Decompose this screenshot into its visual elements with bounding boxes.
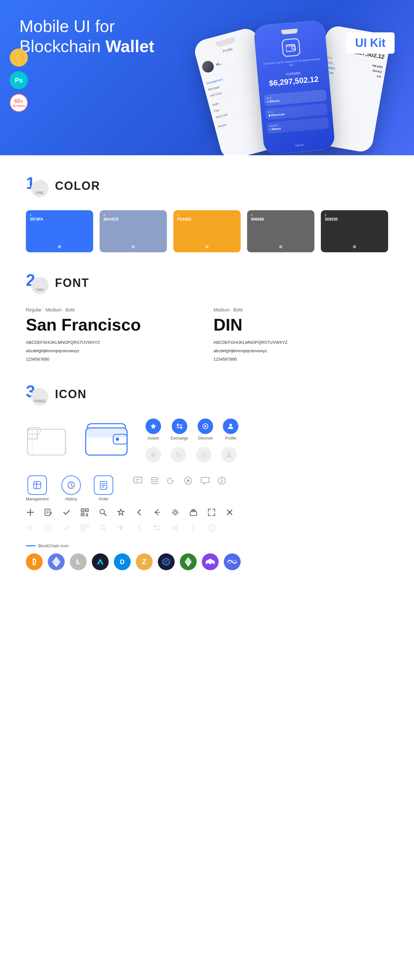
- svg-point-13: [116, 438, 119, 441]
- ltc-icon: Ł: [70, 554, 87, 570]
- svg-rect-5: [292, 46, 295, 49]
- tool-icons-row-ghost: [26, 523, 388, 534]
- section-header-font: 2 TWO FONT: [26, 272, 388, 294]
- svg-rect-8: [27, 428, 40, 434]
- font-section: 2 TWO FONT Regular · Medium · Bold San F…: [26, 272, 388, 364]
- management-icon-item: Management: [26, 476, 49, 501]
- font-sf: Regular · Medium · Bold San Francisco AB…: [26, 307, 201, 364]
- svg-rect-64: [85, 524, 88, 527]
- svg-point-19: [228, 452, 230, 455]
- history-label: History: [65, 497, 77, 501]
- hero-section: Mobile UI for Blockchain Wallet UI Kit P…: [0, 0, 414, 155]
- wallet-icon-outline: [26, 424, 68, 457]
- dash-icon: D: [114, 554, 131, 570]
- band-icon: [224, 554, 240, 570]
- list-edit-icon-ghost: [44, 523, 53, 534]
- info-ghost-icon: [207, 523, 216, 534]
- swatch-darkgrey: # 666666: [247, 210, 314, 252]
- icon-section: 3 THREE ICON: [26, 383, 388, 570]
- discover-icon-ghost: [196, 447, 212, 463]
- din-lowercase: abcdefghijklmnopqrstuvwxyz: [213, 347, 388, 355]
- order-icon: [94, 476, 113, 495]
- svg-point-34: [187, 479, 189, 482]
- svg-rect-49: [82, 514, 83, 515]
- profile-label: Profile: [225, 436, 236, 441]
- exchange-ghost-icon: [153, 523, 162, 534]
- star-icon-active: [116, 523, 126, 534]
- ui-kit-badge: UI Kit: [346, 32, 395, 54]
- check-icon-ghost: [62, 523, 71, 534]
- discover-icon: [197, 418, 213, 434]
- svg-rect-20: [33, 482, 41, 489]
- svg-line-54: [104, 513, 106, 515]
- search-icon-ghost: [98, 523, 107, 534]
- assets-icon: [145, 418, 161, 434]
- svg-rect-47: [82, 510, 83, 511]
- layers-icon: [150, 476, 160, 487]
- check-icon: [62, 508, 71, 518]
- din-style: Medium · Bold: [213, 307, 388, 312]
- qr-icon: [80, 508, 89, 518]
- action-icons-row: Management History: [26, 476, 388, 501]
- chat-bubble-icon: [200, 476, 210, 487]
- close-icon: [225, 508, 234, 518]
- qr-icon-ghost: [80, 523, 89, 534]
- sf-numbers: 1234567890: [26, 355, 201, 364]
- svg-point-15: [204, 425, 206, 427]
- svg-line-67: [104, 529, 106, 531]
- plus-icon-ghost: [26, 523, 35, 534]
- color-title: COLOR: [55, 179, 100, 193]
- svg-point-71: [166, 561, 167, 562]
- chat-icon: [132, 476, 143, 487]
- tool-icons-row1: [26, 508, 388, 534]
- list-edit-icon: [44, 508, 53, 518]
- sf-lowercase: abcdefghijklmnopqrstuvwxyz: [26, 347, 201, 355]
- svg-point-55: [174, 511, 177, 514]
- history-icon: [62, 476, 81, 495]
- blockchain-label-row: BlockChain Icon: [26, 543, 388, 548]
- matic-icon: [202, 554, 219, 570]
- exchange-label: Exchange: [171, 436, 188, 441]
- gear-icon: [171, 508, 180, 518]
- exchange-icon: [172, 418, 187, 434]
- svg-point-70: [211, 526, 212, 527]
- sf-name: San Francisco: [26, 315, 201, 334]
- x-ghost-icon: [171, 523, 180, 534]
- main-content: 1 ONE COLOR # 3574FA # 8DA0C8 # F5A623: [0, 155, 414, 609]
- box-upload-icon: [189, 508, 198, 518]
- info-icon: [217, 476, 227, 487]
- swatch-black: # 303030: [321, 210, 388, 252]
- color-swatches: # 3574FA # 8DA0C8 # F5A623 # 666666 #: [26, 210, 388, 252]
- eth-icon: [48, 554, 65, 570]
- misc-icons: [132, 476, 227, 487]
- profile-icon-ghost: [221, 447, 237, 463]
- assets-icon-item: Assets: [145, 418, 161, 441]
- back-icon-ghost: [135, 523, 143, 534]
- ps-badge: Ps: [10, 71, 28, 89]
- svg-rect-29: [134, 477, 142, 483]
- btc-icon: ₿: [26, 554, 43, 570]
- forward-ghost-icon: [189, 523, 198, 534]
- order-label: Order: [99, 497, 109, 501]
- history-icon-item: History: [62, 476, 81, 501]
- assets-icon-ghost: [145, 447, 161, 463]
- plus-icon: [26, 508, 35, 518]
- font-title: FONT: [55, 276, 89, 290]
- section-number-3: 3 THREE: [26, 383, 49, 406]
- crypto-icons-row: ₿ Ł D: [26, 554, 388, 570]
- wings-icon: [92, 554, 109, 570]
- nav-icons-group: Assets Exchange: [145, 418, 238, 463]
- svg-rect-11: [86, 428, 127, 438]
- svg-rect-63: [81, 524, 84, 527]
- badge-list: Ps 60+ Screens: [10, 49, 28, 112]
- section-header-icon: 3 THREE ICON: [26, 383, 388, 406]
- phone-center: Character may be mastered in the great m…: [253, 20, 335, 155]
- wallet-icon-solid: [84, 422, 129, 459]
- assets-label: Assets: [148, 436, 159, 441]
- icon-title: ICON: [55, 387, 87, 401]
- profile-icon-item: Profile: [223, 418, 238, 441]
- zec-icon: Z: [136, 554, 153, 570]
- din-uppercase: ABCDEFGHIJKLMNOPQRSTUVWXYZ: [213, 338, 388, 347]
- swatch-blue: # 3574FA: [26, 210, 93, 252]
- svg-point-16: [229, 424, 232, 426]
